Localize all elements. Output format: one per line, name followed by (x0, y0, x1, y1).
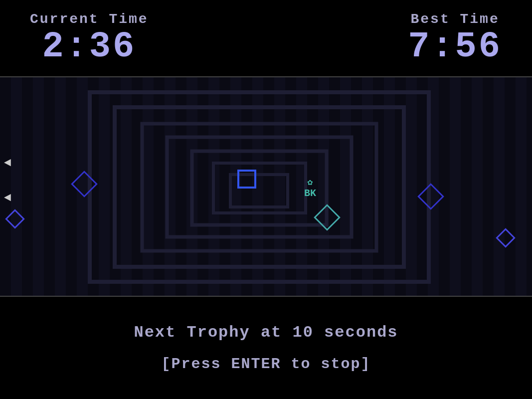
current-time-label: Current Time (30, 11, 149, 27)
best-time-value: 7:56 (408, 29, 502, 65)
footer: Next Trophy at 10 seconds [Press ENTER t… (0, 297, 532, 399)
svg-rect-1 (115, 107, 404, 267)
arrow-down-indicator: ◄ (4, 191, 11, 204)
press-enter-text[interactable]: [Press ENTER to stop] (161, 356, 370, 373)
player-character: ✿ BK (304, 177, 316, 199)
center-square (237, 170, 256, 189)
svg-rect-2 (142, 124, 376, 251)
next-trophy-text: Next Trophy at 10 seconds (134, 323, 398, 342)
best-time-block: Best Time 7:56 (408, 11, 502, 65)
player-label: BK (304, 188, 316, 199)
current-time-block: Current Time 2:36 (30, 11, 149, 65)
best-time-label: Best Time (410, 11, 499, 27)
player-icon: ✿ (308, 178, 313, 188)
game-area: ◄ ◄ ✿ BK (0, 77, 532, 297)
current-time-value: 2:36 (42, 29, 136, 65)
header: Current Time 2:36 Best Time 7:56 (0, 0, 532, 77)
arrow-up-indicator: ◄ (4, 156, 11, 170)
